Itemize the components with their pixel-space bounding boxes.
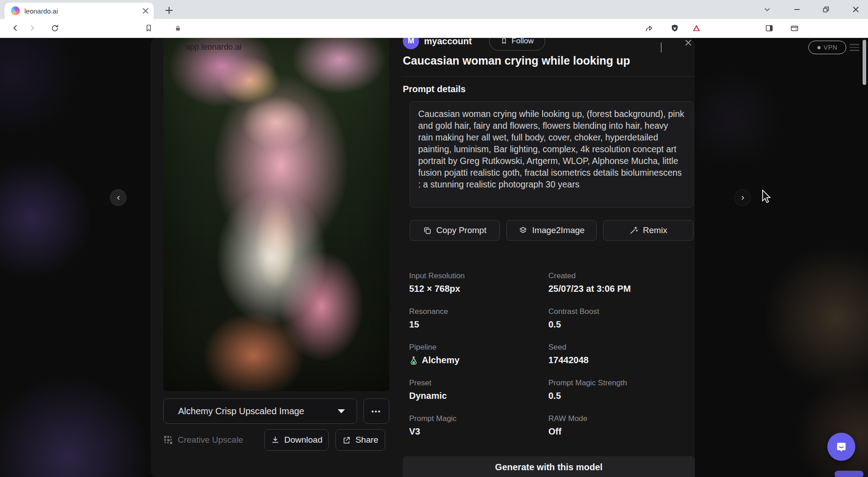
chevron-left-icon (116, 195, 121, 201)
cursor-arrow-icon (760, 190, 772, 203)
minimize-icon (793, 6, 801, 13)
page-background: Alchemy Crisp Upscaled Image ••• Creativ… (0, 38, 868, 477)
share-page-button[interactable] (642, 21, 656, 35)
previous-image-button[interactable] (110, 189, 127, 206)
lock-icon (175, 25, 181, 32)
meta-resonance: Resonance 15 (409, 307, 548, 330)
arrow-back-icon (11, 23, 20, 33)
creative-upscale-button[interactable]: Creative Upscale (163, 429, 260, 451)
generate-with-model-button[interactable]: Generate with this model (403, 456, 695, 477)
screen: Alchemy Crisp Upscaled Image ••• Creativ… (0, 0, 868, 477)
back-button[interactable] (9, 21, 22, 35)
bat-triangle-icon (692, 23, 701, 33)
tab-search-button[interactable] (757, 0, 778, 19)
meta-preset: Preset Dynamic (409, 379, 548, 401)
reload-icon (51, 24, 59, 33)
meta-pipeline: Pipeline Alchemy (409, 343, 548, 365)
meta-raw-mode: RAW Mode Off (548, 414, 698, 437)
layers-icon (519, 226, 528, 235)
generated-image[interactable] (163, 38, 389, 391)
tab-title: leonardo.ai (24, 7, 137, 15)
tab-close-icon[interactable] (142, 7, 149, 14)
reload-button[interactable] (48, 21, 61, 35)
download-button[interactable]: Download (264, 429, 329, 451)
brave-shields-button[interactable] (668, 21, 681, 35)
arrow-forward-icon (28, 23, 37, 33)
close-icon (685, 39, 692, 46)
toolbar-divider (661, 42, 661, 52)
window-close-button[interactable] (845, 0, 866, 19)
magic-wand-icon (629, 226, 638, 235)
vpn-label: VPN (824, 44, 837, 51)
copy-prompt-label: Copy Prompt (436, 225, 486, 235)
meta-input-resolution: Input Resolution 512 × 768px (409, 271, 548, 294)
sidebar-panel-icon (765, 24, 774, 33)
site-security-lock-icon[interactable] (173, 23, 183, 33)
remix-label: Remix (643, 225, 667, 235)
wallet-icon (790, 24, 799, 33)
meta-seed: Seed 17442048 (548, 343, 698, 365)
share-arrow-icon (644, 23, 653, 33)
new-tab-button[interactable] (163, 4, 175, 17)
meta-prompt-magic-strength: Prompt Magic Strength 0.5 (548, 379, 698, 401)
chevron-right-icon (740, 195, 745, 201)
brave-rewards-button[interactable] (689, 21, 703, 35)
bookmark-icon (145, 24, 153, 32)
prompt-details-heading: Prompt details (403, 84, 466, 94)
browser-tab[interactable]: leonardo.ai (5, 3, 154, 19)
meta-contrast-boost: Contrast Boost 0.5 (548, 307, 698, 330)
plus-icon (165, 6, 173, 14)
avatar-initial: M (408, 37, 414, 46)
variant-dropdown[interactable]: Alchemy Crisp Upscaled Image (163, 398, 357, 424)
restore-icon (822, 6, 830, 13)
image2image-button[interactable]: Image2Image (506, 220, 597, 241)
vpn-status-dot (817, 46, 821, 49)
share-button[interactable]: Share (335, 429, 385, 451)
url-address-text[interactable]: app.leonardo.ai (185, 42, 241, 52)
image2image-label: Image2Image (532, 225, 585, 235)
close-icon (852, 6, 859, 13)
follow-label: Follow (511, 37, 533, 46)
browser-tab-bar: leonardo.ai (0, 0, 868, 19)
chevron-down-icon (764, 6, 771, 13)
chat-bubble-icon (835, 440, 848, 454)
share-label: Share (355, 435, 378, 445)
background-blur-element (835, 471, 863, 477)
site-favicon (11, 6, 20, 15)
next-image-button[interactable] (734, 189, 751, 206)
remix-button[interactable]: Remix (603, 220, 693, 241)
meta-prompt-magic: Prompt Magic V3 (409, 414, 548, 437)
copy-prompt-button[interactable]: Copy Prompt (410, 220, 500, 241)
browser-menu-button[interactable] (849, 42, 859, 53)
divider (403, 76, 695, 77)
upscale-grid-icon (163, 435, 173, 445)
variant-dropdown-label: Alchemy Crisp Upscaled Image (178, 406, 338, 416)
share-icon (342, 436, 351, 444)
sidebar-toggle-button[interactable] (762, 21, 776, 35)
bookmark-icon (500, 37, 508, 45)
alchemy-flask-icon (409, 356, 418, 365)
more-dots-icon: ••• (372, 407, 382, 415)
vpn-button[interactable]: VPN (808, 41, 846, 54)
forward-button[interactable] (25, 21, 39, 35)
shield-icon (670, 23, 679, 33)
modal-close-button[interactable] (683, 37, 693, 48)
window-restore-button[interactable] (816, 0, 836, 19)
prompt-actions-row: Copy Prompt Image2Image Remix (410, 220, 693, 241)
chevron-down-icon (338, 409, 345, 413)
copy-icon (423, 226, 432, 235)
hamburger-icon (849, 44, 859, 45)
meta-created: Created 25/07/23 at 3:06 PM (548, 271, 698, 294)
mouse-cursor (760, 190, 772, 203)
more-options-button[interactable]: ••• (363, 398, 389, 424)
window-minimize-button[interactable] (787, 0, 807, 19)
chat-support-button[interactable] (827, 433, 855, 461)
download-label: Download (284, 435, 323, 445)
prompt-text-box: Caucasian woman crying while looking up,… (410, 101, 693, 208)
brave-wallet-button[interactable] (788, 21, 801, 35)
creative-upscale-label: Creative Upscale (178, 435, 243, 445)
browser-toolbar: app.leonardo.ai VPN (0, 19, 868, 38)
bookmark-this-tab-icon[interactable] (142, 21, 156, 35)
image-title: Caucasian woman crying while looking up (403, 54, 695, 67)
page-scrollbar-thumb[interactable] (863, 40, 866, 85)
